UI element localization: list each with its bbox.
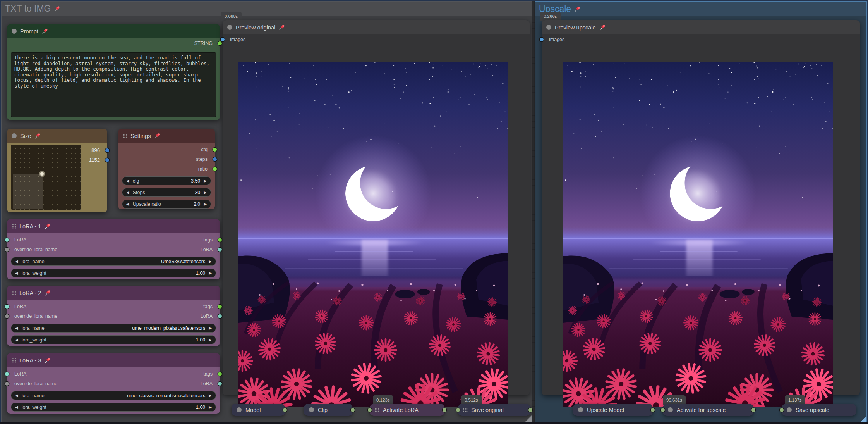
node-header[interactable]: LoRA - 1 xyxy=(7,219,220,233)
increment-arrow-icon[interactable]: ▶ xyxy=(209,338,212,342)
increment-arrow-icon[interactable]: ▶ xyxy=(209,271,212,275)
collapse-dot-icon[interactable] xyxy=(578,407,583,412)
slot-dot[interactable] xyxy=(651,408,655,412)
node-activate-lora[interactable]: Activate LoRA xyxy=(370,404,444,416)
slot-dot[interactable] xyxy=(528,408,532,412)
collapse-dot-icon[interactable] xyxy=(668,407,673,412)
widget-upscale-ratio[interactable]: ◀ Upscale ratio 2.0 ▶ xyxy=(122,200,211,209)
widget-lora-weight[interactable]: ◀ lora_weight 1.00 ▶ xyxy=(11,335,216,344)
node-lora-2[interactable]: LoRA - 2 LoRA tags override_lora_name Lo… xyxy=(7,286,220,346)
widget-lora-name[interactable]: ◀ lora_name ume_modern_pixelart.safetens… xyxy=(11,324,216,333)
increment-arrow-icon[interactable]: ▶ xyxy=(204,202,207,206)
increment-arrow-icon[interactable]: ▶ xyxy=(204,191,207,195)
grid-handle-icon[interactable] xyxy=(12,224,16,228)
slot-dot[interactable] xyxy=(218,238,222,242)
group-upscale-header[interactable]: Upscale xyxy=(535,2,866,16)
increment-arrow-icon[interactable]: ▶ xyxy=(209,394,212,398)
increment-arrow-icon[interactable]: ▶ xyxy=(209,326,212,330)
widget-steps[interactable]: ◀ Steps 30 ▶ xyxy=(122,188,211,197)
slot-dot[interactable] xyxy=(540,38,544,41)
slot-dot[interactable] xyxy=(780,408,784,412)
decrement-arrow-icon[interactable]: ◀ xyxy=(15,405,18,409)
node-clip[interactable]: Clip xyxy=(304,404,353,416)
node-save-upscale[interactable]: Save upscale xyxy=(782,404,856,416)
increment-arrow-icon[interactable]: ▶ xyxy=(209,260,212,264)
slot-dot[interactable] xyxy=(5,248,9,252)
widget-lora-name[interactable]: ◀ lora_name ume_classic_romantism.safete… xyxy=(11,391,216,400)
node-preview-upscale[interactable]: Preview upscale images xyxy=(542,20,860,395)
slot-dot[interactable] xyxy=(751,408,755,412)
slot-dot[interactable] xyxy=(5,314,9,318)
slot-dot[interactable] xyxy=(351,408,355,412)
node-header[interactable]: Size xyxy=(7,129,107,143)
node-lora-1[interactable]: LoRA - 1 LoRA tags override_lora_name Lo… xyxy=(7,219,220,279)
group-resize-handle[interactable] xyxy=(525,415,532,422)
grid-handle-icon[interactable] xyxy=(123,134,127,138)
collapse-dot-icon[interactable] xyxy=(787,407,792,412)
decrement-arrow-icon[interactable]: ◀ xyxy=(15,326,18,330)
node-header[interactable]: Preview upscale xyxy=(542,20,860,34)
slot-dot[interactable] xyxy=(661,408,665,412)
node-prompt[interactable]: Prompt STRING There is a big crescent mo… xyxy=(7,24,220,120)
slot-dot[interactable] xyxy=(5,238,9,242)
slot-dot[interactable] xyxy=(5,305,9,309)
slot-dot[interactable] xyxy=(456,408,460,412)
size-selection-rect[interactable] xyxy=(13,174,43,209)
node-settings[interactable]: Settings cfg steps ratio ◀ cfg xyxy=(118,129,215,209)
slot-dot[interactable] xyxy=(368,408,372,412)
widget-cfg[interactable]: ◀ cfg 3.50 ▶ xyxy=(122,176,211,185)
widget-lora-weight[interactable]: ◀ lora_weight 1.00 ▶ xyxy=(11,269,216,277)
decrement-arrow-icon[interactable]: ◀ xyxy=(15,394,18,398)
slot-dot[interactable] xyxy=(5,382,9,386)
grid-handle-icon[interactable] xyxy=(12,358,16,362)
collapse-dot-icon[interactable] xyxy=(12,29,17,34)
collapse-dot-icon[interactable] xyxy=(227,25,232,30)
grid-handle-icon[interactable] xyxy=(375,408,379,412)
slot-dot[interactable] xyxy=(213,157,217,161)
collapse-dot-icon[interactable] xyxy=(237,407,242,412)
node-header[interactable]: LoRA - 3 xyxy=(7,353,220,367)
slot-dot[interactable] xyxy=(218,372,222,376)
slot-dot[interactable] xyxy=(105,158,109,162)
decrement-arrow-icon[interactable]: ◀ xyxy=(15,260,18,264)
collapse-dot-icon[interactable] xyxy=(309,407,314,412)
decrement-arrow-icon[interactable]: ◀ xyxy=(126,202,129,206)
group-resize-handle[interactable] xyxy=(860,416,866,422)
slot-dot[interactable] xyxy=(105,148,109,152)
grid-handle-icon[interactable] xyxy=(12,291,16,295)
slot-dot[interactable] xyxy=(283,408,287,412)
decrement-arrow-icon[interactable]: ◀ xyxy=(15,338,18,342)
comfyui-canvas[interactable]: TXT to IMG Upscale Prompt xyxy=(0,0,868,424)
decrement-arrow-icon[interactable]: ◀ xyxy=(126,179,129,183)
slot-dot[interactable] xyxy=(213,148,217,152)
slot-dot[interactable] xyxy=(5,372,9,376)
node-preview-original[interactable]: Preview original images xyxy=(223,20,530,395)
collapse-dot-icon[interactable] xyxy=(12,133,17,138)
increment-arrow-icon[interactable]: ▶ xyxy=(209,405,212,409)
grid-handle-icon[interactable] xyxy=(463,408,467,412)
node-header[interactable]: Prompt xyxy=(7,24,220,38)
slot-dot[interactable] xyxy=(221,38,225,41)
node-upscale-model[interactable]: Upscale Model xyxy=(573,404,653,416)
slot-dot[interactable] xyxy=(213,167,217,171)
slot-dot[interactable] xyxy=(218,41,222,45)
size-canvas-widget[interactable] xyxy=(11,145,81,210)
node-header[interactable]: Preview original xyxy=(223,20,530,34)
slot-dot[interactable] xyxy=(218,305,222,309)
decrement-arrow-icon[interactable]: ◀ xyxy=(126,191,129,195)
node-model[interactable]: Model xyxy=(232,404,285,416)
slot-dot[interactable] xyxy=(218,382,222,386)
size-drag-handle[interactable] xyxy=(39,171,45,177)
widget-lora-weight[interactable]: ◀ lora_weight 1.00 ▶ xyxy=(11,403,216,412)
decrement-arrow-icon[interactable]: ◀ xyxy=(15,271,18,275)
node-header[interactable]: Settings xyxy=(118,129,215,143)
slot-dot[interactable] xyxy=(218,248,222,252)
prompt-textarea[interactable]: There is a big crescent moon on the sea,… xyxy=(11,52,216,117)
node-header[interactable]: LoRA - 2 xyxy=(7,286,220,300)
increment-arrow-icon[interactable]: ▶ xyxy=(204,179,207,183)
node-size[interactable]: Size 896 1152 xyxy=(7,129,107,212)
group-txt-to-img-header[interactable]: TXT to IMG xyxy=(2,2,532,16)
slot-dot[interactable] xyxy=(218,314,222,318)
node-save-original[interactable]: Save original xyxy=(458,404,530,416)
node-activate-for-upscale[interactable]: Activate for upscale xyxy=(663,404,753,416)
